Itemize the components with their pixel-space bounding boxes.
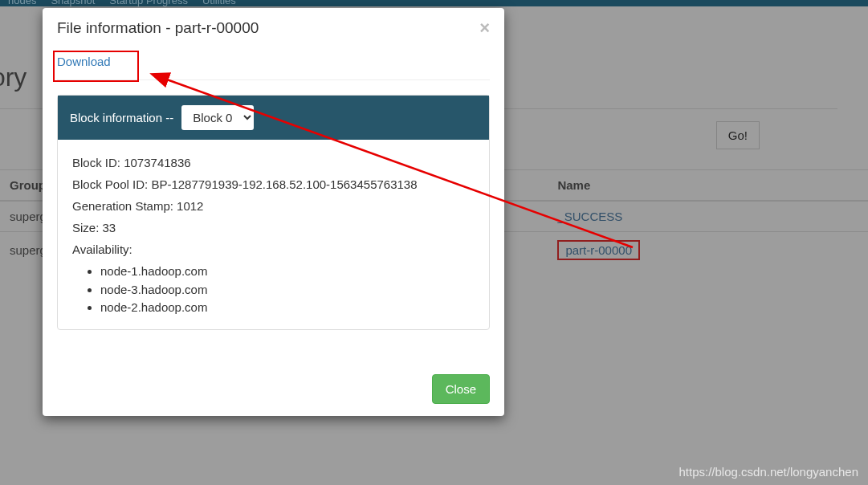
nav-item[interactable]: Utilities bbox=[202, 0, 236, 6]
modal-title: File information - part-r-00000 bbox=[57, 19, 259, 37]
availability-row: Availability: node-1.hadoop.com node-3.h… bbox=[72, 238, 475, 317]
nav-item[interactable]: Snapshot bbox=[51, 0, 95, 6]
close-button[interactable]: Close bbox=[432, 374, 490, 404]
block-id-row: Block ID: 1073741836 bbox=[72, 152, 475, 173]
block-info-body: Block ID: 1073741836 Block Pool ID: BP-1… bbox=[58, 140, 489, 329]
list-item: node-2.hadoop.com bbox=[100, 299, 475, 317]
block-select[interactable]: Block 0 bbox=[181, 105, 254, 130]
nav-item[interactable]: Startup Progress bbox=[109, 0, 188, 6]
gen-stamp-row: Generation Stamp: 1012 bbox=[72, 195, 475, 217]
availability-list: node-1.hadoop.com node-3.hadoop.com node… bbox=[100, 263, 475, 317]
close-icon[interactable]: × bbox=[479, 19, 490, 37]
watermark: https://blog.csdn.net/longyanchen bbox=[679, 465, 859, 479]
nav-item[interactable]: nodes bbox=[8, 0, 36, 6]
download-section: Download bbox=[57, 48, 490, 80]
list-item: node-3.hadoop.com bbox=[100, 281, 475, 300]
modal-header: File information - part-r-00000 × bbox=[43, 8, 504, 48]
block-header-label: Block information -- bbox=[70, 111, 173, 124]
pool-id-row: Block Pool ID: BP-1287791939-192.168.52.… bbox=[72, 173, 475, 195]
modal-body: Download Block information -- Block 0 Bl… bbox=[43, 48, 504, 330]
modal-footer: Close bbox=[43, 366, 504, 404]
top-nav: nodes Snapshot Startup Progress Utilitie… bbox=[0, 0, 868, 6]
file-info-modal: File information - part-r-00000 × Downlo… bbox=[43, 8, 504, 416]
list-item: node-1.hadoop.com bbox=[100, 263, 475, 281]
block-info-header: Block information -- Block 0 bbox=[58, 96, 489, 140]
block-info-panel: Block information -- Block 0 Block ID: 1… bbox=[57, 95, 490, 330]
size-row: Size: 33 bbox=[72, 217, 475, 238]
download-link[interactable]: Download bbox=[57, 55, 111, 68]
